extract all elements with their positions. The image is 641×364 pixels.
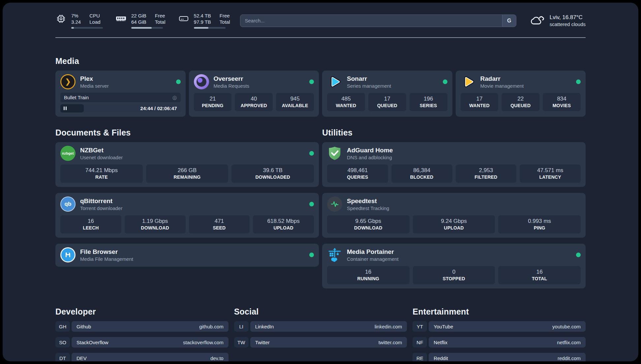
section-title-utilities: Utilities: [322, 128, 586, 137]
ram-total-value: 64 GiB: [131, 19, 146, 25]
cpu-load-label: Load: [89, 19, 100, 25]
app-card-sonarr[interactable]: Sonarr Series management 485 WANTED 17 Q…: [322, 71, 452, 117]
app-name: Speedtest: [347, 197, 389, 205]
app-name: Media Portainer: [347, 248, 399, 256]
app-card-portainer[interactable]: Media Portainer Container management 16 …: [322, 244, 586, 288]
speedtest-icon: [327, 197, 342, 212]
app-description: Series management: [347, 83, 391, 89]
stat-tile: 0 STOPPED: [413, 266, 495, 284]
status-online-dot: [576, 79, 581, 84]
app-description: Media Requests: [214, 83, 249, 89]
app-description: Usenet downloader: [80, 154, 123, 161]
now-playing-title: Bullet Train: [64, 95, 89, 100]
app-name: AdGuard Home: [347, 146, 393, 154]
cpu-progress-bar: [71, 27, 103, 29]
bookmark-netflix[interactable]: NF Netflix netflix.com: [412, 337, 586, 348]
bookmark-name: LinkedIn: [255, 324, 274, 329]
app-name: Plex: [80, 75, 109, 82]
stat-tile: 16 RUNNING: [327, 266, 410, 284]
bookmark-youtube[interactable]: YT YouTube youtube.com: [412, 321, 586, 332]
bookmarks-social: Social LI LinkedIn linkedin.com TW Twitt…: [234, 307, 407, 361]
bookmark-name: DEV: [76, 355, 87, 361]
bookmark-abbr: NF: [412, 337, 427, 348]
bookmark-url: github.com: [199, 324, 223, 329]
sonarr-icon: [327, 74, 342, 89]
app-description: Movie management: [480, 83, 524, 89]
stat-tile: 22 QUEUED: [502, 93, 539, 111]
section-title-media: Media: [55, 56, 586, 66]
app-name: File Browser: [80, 248, 133, 256]
pause-button[interactable]: [64, 106, 67, 110]
stat-tile: 17 QUEUED: [368, 93, 406, 111]
playback-time: 24:44 / 02:06:47: [140, 104, 177, 112]
disk-free-label: Free: [220, 13, 230, 19]
stat-tile: 17 WANTED: [461, 93, 499, 111]
app-name: Sonarr: [347, 75, 391, 82]
app-card-filebrowser[interactable]: File Browser Media File Management: [55, 244, 319, 267]
stat-tile: 266 GB REMAINING: [146, 165, 229, 183]
app-description: Media server: [80, 83, 109, 89]
app-name: Radarr: [480, 75, 524, 82]
app-card-qbittorrent[interactable]: qb qBittorrent Torrent downloader 16 LEE…: [55, 193, 319, 238]
now-playing-row: Bullet Train ◎: [60, 93, 181, 102]
stat-tile: 834 MOVIES: [543, 93, 581, 111]
bookmark-linkedin[interactable]: LI LinkedIn linkedin.com: [234, 321, 407, 332]
media-grid: ❯ Plex Media server Bullet Train ◎ 24:44…: [55, 71, 586, 117]
cpu-stat-widget: 7% 3.24 CPU Load: [55, 13, 103, 29]
radarr-icon: [461, 74, 476, 89]
app-card-speedtest[interactable]: Speedtest Speedtest Tracking 9.65 Gbps D…: [322, 193, 586, 238]
bookmark-name: Netflix: [434, 340, 447, 345]
portainer-icon: [327, 247, 342, 262]
status-online-dot: [309, 253, 314, 257]
filebrowser-icon: [60, 247, 76, 262]
system-stats: 7% 3.24 CPU Load: [55, 13, 230, 29]
cpu-usage-value: 7%: [71, 13, 81, 19]
app-description: Media File Management: [80, 256, 133, 262]
cpu-icon: [55, 14, 67, 24]
bookmark-url: youtube.com: [552, 324, 581, 329]
bookmark-name: StackOverflow: [76, 340, 108, 345]
app-name: qBittorrent: [80, 197, 122, 205]
disk-total-value: 97.9 TB: [194, 19, 211, 25]
scattered-clouds-icon: [530, 14, 545, 27]
bookmark-abbr: SO: [55, 337, 70, 348]
section-title-developer: Developer: [55, 307, 229, 317]
top-bar: 7% 3.24 CPU Load: [55, 13, 586, 29]
dashboard-page: 7% 3.24 CPU Load: [3, 3, 638, 361]
plex-icon: ❯: [60, 74, 76, 89]
stat-tile: 1.19 Gbps DOWNLOAD: [125, 215, 186, 233]
app-card-adguard[interactable]: AdGuard Home DNS and adblocking 498,461 …: [322, 142, 586, 187]
section-title-entertainment: Entertainment: [412, 307, 586, 317]
google-search-button[interactable]: G: [502, 15, 516, 27]
app-card-overseerr[interactable]: Overseerr Media Requests 21 PENDING 40 A…: [189, 71, 319, 117]
search-input[interactable]: [240, 15, 502, 27]
bookmark-github[interactable]: GH Github github.com: [55, 321, 229, 332]
ram-progress-bar: [131, 27, 163, 29]
bookmark-abbr: YT: [412, 321, 427, 332]
bookmark-abbr: RE: [412, 353, 427, 361]
app-card-plex[interactable]: ❯ Plex Media server Bullet Train ◎ 24:44…: [55, 71, 186, 117]
bookmark-reddit[interactable]: RE Reddit reddit.com: [412, 353, 586, 361]
bookmark-abbr: TW: [234, 337, 249, 348]
bookmark-name: Github: [76, 324, 91, 329]
ram-free-value: 22 GiB: [131, 13, 146, 19]
bookmark-url: stackoverflow.com: [183, 340, 224, 345]
documents-column: Documents & Files nzbget NZBGet Usenet d…: [55, 128, 319, 288]
disk-progress-bar: [194, 27, 226, 29]
bookmark-stackoverflow[interactable]: SO StackOverflow stackoverflow.com: [55, 337, 229, 348]
bookmark-dev[interactable]: DT DEV dev.to: [55, 353, 229, 361]
weather-location-temp: Lviv, 16.87°C: [550, 14, 586, 21]
bookmark-twitter[interactable]: TW Twitter twitter.com: [234, 337, 407, 348]
app-card-radarr[interactable]: Radarr Movie management 17 WANTED 22 QUE…: [456, 71, 586, 117]
stat-tile: 471 SEED: [189, 215, 250, 233]
app-description: Speedtest Tracking: [347, 205, 389, 211]
app-description: Container management: [347, 256, 399, 262]
stat-tile: 39.6 TB DOWNLOADED: [231, 165, 314, 183]
app-card-nzbget[interactable]: nzbget NZBGet Usenet downloader 744.21 M…: [55, 142, 319, 187]
stat-tile: 945 AVAILABLE: [276, 93, 314, 111]
stat-tile: 2,953 FILTERED: [456, 165, 517, 183]
playback-progress-bar: 24:44 / 02:06:47: [60, 104, 181, 112]
target-icon: ◎: [172, 95, 177, 100]
stat-tile: 40 APPROVED: [235, 93, 273, 111]
bookmark-abbr: GH: [55, 321, 70, 332]
